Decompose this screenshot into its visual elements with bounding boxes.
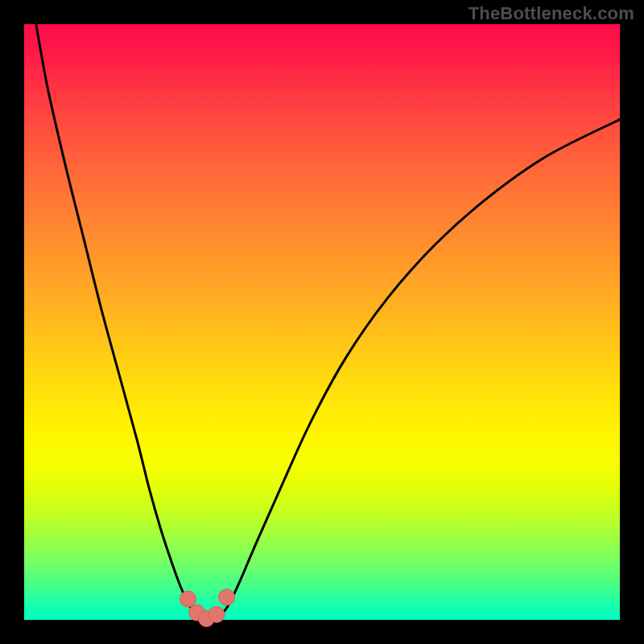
watermark-text: TheBottleneck.com [469, 3, 634, 24]
chart-frame: TheBottleneck.com [0, 0, 644, 644]
trough-marker [180, 591, 196, 607]
trough-marker [219, 589, 235, 605]
bottleneck-curve [24, 24, 620, 620]
trough-marker [208, 606, 225, 622]
bottleneck-path [36, 24, 620, 620]
plot-area [24, 24, 620, 620]
